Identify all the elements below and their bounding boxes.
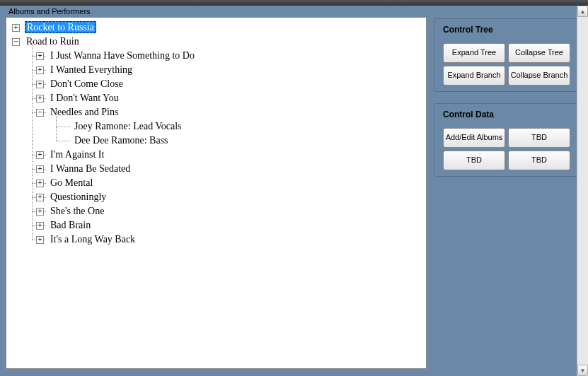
- tree-track-node[interactable]: +I'm Against It: [35, 148, 422, 162]
- expand-icon[interactable]: +: [36, 222, 44, 230]
- tree-track-node[interactable]: +I Wanna Be Sedated: [35, 162, 422, 176]
- expand-icon[interactable]: +: [36, 180, 44, 187]
- left-column: Albums and Performers +Rocket to Russia−…: [6, 6, 434, 376]
- scroll-down-button[interactable]: ▼: [577, 365, 588, 376]
- expand-icon[interactable]: +: [36, 208, 44, 216]
- tbd-button-2[interactable]: TBD: [443, 151, 505, 170]
- collapse-branch-button[interactable]: Collapse Branch: [508, 66, 570, 86]
- control-data-title: Control Data: [440, 110, 573, 119]
- expand-icon[interactable]: +: [36, 236, 44, 244]
- tree-album-node[interactable]: −Road to Ruin+I Just Wanna Have Somethin…: [11, 35, 422, 247]
- tree-node-label[interactable]: It's a Long Way Back: [49, 234, 137, 245]
- tree-track-node[interactable]: +Don't Come Close: [35, 77, 422, 91]
- tree-track-node[interactable]: −Needles and PinsJoey Ramone: Lead Vocal…: [35, 105, 422, 148]
- tree-root: +Rocket to Russia−Road to Ruin+I Just Wa…: [11, 20, 422, 247]
- tree-node-label[interactable]: Road to Ruin: [25, 36, 81, 47]
- expand-icon[interactable]: +: [36, 66, 44, 74]
- expand-icon[interactable]: +: [36, 52, 44, 60]
- tree-node-label[interactable]: She's the One: [49, 206, 105, 216]
- collapse-icon[interactable]: −: [36, 109, 44, 117]
- tree-node-label[interactable]: Go Mental: [49, 177, 94, 188]
- tree-track-node[interactable]: +Go Mental: [35, 176, 422, 190]
- tree-track-node[interactable]: +I Just Wanna Have Something to Do: [35, 49, 422, 63]
- tree-track-node[interactable]: +I Don't Want You: [35, 91, 422, 105]
- control-tree-title: Control Tree: [440, 25, 573, 35]
- tbd-button-3[interactable]: TBD: [508, 151, 570, 170]
- tree-node-label[interactable]: Dee Dee Ramone: Bass: [73, 135, 170, 146]
- control-tree-group: Control Tree Expand Tree Collapse Tree E…: [434, 18, 580, 92]
- control-data-group: Control Data Add/Edit Albums TBD TBD TBD: [434, 103, 580, 177]
- expand-icon[interactable]: +: [36, 81, 44, 88]
- chevron-down-icon: ▼: [580, 368, 586, 374]
- tree-node-label[interactable]: Needles and Pins: [49, 107, 120, 117]
- collapse-tree-button[interactable]: Collapse Tree: [508, 43, 570, 63]
- expand-icon[interactable]: +: [36, 151, 44, 159]
- vertical-scrollbar[interactable]: ▲ ▼: [577, 6, 588, 376]
- tree-track-node[interactable]: +I Wanted Everything: [35, 63, 422, 77]
- tree-track-node[interactable]: +She's the One: [35, 204, 422, 218]
- control-data-buttons: Add/Edit Albums TBD TBD TBD: [440, 128, 573, 170]
- scroll-up-button[interactable]: ▲: [577, 6, 588, 17]
- tree-performer-node[interactable]: Joey Ramone: Lead Vocals: [59, 119, 422, 134]
- panel-title: Albums and Performers: [8, 6, 427, 17]
- chevron-up-icon: ▲: [580, 8, 586, 15]
- tree-node-label[interactable]: I Just Wanna Have Something to Do: [49, 50, 196, 61]
- window-titlebar: [0, 0, 588, 6]
- tbd-button-1[interactable]: TBD: [508, 128, 570, 148]
- tree-node-label[interactable]: I Wanted Everything: [49, 64, 134, 75]
- tree-node-label[interactable]: I Wanna Be Sedated: [49, 163, 132, 174]
- add-edit-albums-button[interactable]: Add/Edit Albums: [443, 128, 505, 148]
- expand-icon[interactable]: +: [36, 95, 44, 102]
- expand-tree-button[interactable]: Expand Tree: [443, 43, 505, 63]
- tree-track-node[interactable]: +Bad Brain: [35, 218, 422, 233]
- expand-icon[interactable]: +: [36, 194, 44, 201]
- collapse-icon[interactable]: −: [12, 38, 20, 46]
- tree-album-node[interactable]: +Rocket to Russia: [11, 20, 422, 35]
- tree-node-label[interactable]: Rocket to Russia: [25, 21, 96, 33]
- tree-node-label[interactable]: Questioningly: [49, 192, 108, 202]
- expand-icon[interactable]: +: [36, 165, 44, 173]
- main-content: Albums and Performers +Rocket to Russia−…: [0, 6, 588, 376]
- control-tree-buttons: Expand Tree Collapse Tree Expand Branch …: [440, 43, 573, 86]
- tree-node-label[interactable]: I'm Against It: [49, 149, 105, 160]
- tree-node-label[interactable]: Bad Brain: [49, 220, 92, 230]
- tree-node-label[interactable]: Don't Come Close: [49, 78, 125, 89]
- expand-icon[interactable]: +: [12, 24, 20, 32]
- tree-node-label[interactable]: Joey Ramone: Lead Vocals: [73, 121, 183, 131]
- tree-track-node[interactable]: +Questioningly: [35, 190, 422, 204]
- tree-node-label[interactable]: I Don't Want You: [49, 93, 120, 103]
- tree-view[interactable]: +Rocket to Russia−Road to Ruin+I Just Wa…: [6, 17, 427, 369]
- tree-track-node[interactable]: +It's a Long Way Back: [35, 233, 422, 247]
- right-column: Control Tree Expand Tree Collapse Tree E…: [434, 6, 588, 376]
- expand-branch-button[interactable]: Expand Branch: [443, 66, 505, 86]
- tree-performer-node[interactable]: Dee Dee Ramone: Bass: [59, 134, 422, 148]
